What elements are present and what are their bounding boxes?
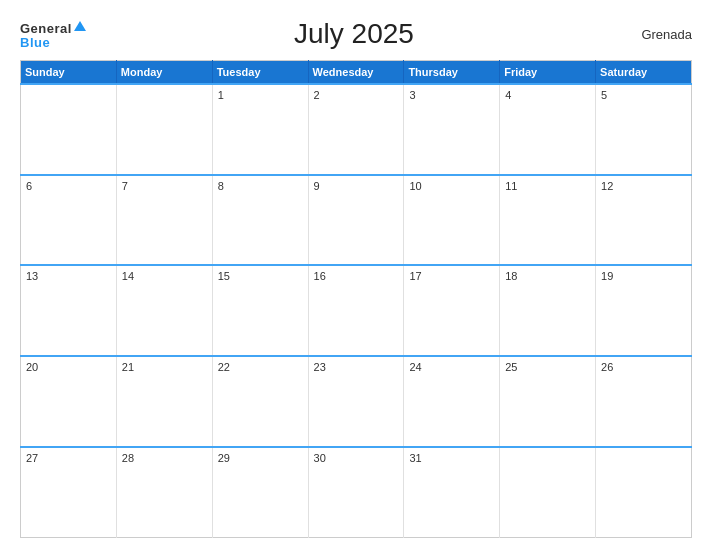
calendar-cell: 30 [308, 447, 404, 538]
calendar-cell: 11 [500, 175, 596, 266]
calendar-cell: 3 [404, 84, 500, 175]
calendar-cell: 19 [596, 265, 692, 356]
day-number: 14 [122, 270, 134, 282]
calendar-cell: 16 [308, 265, 404, 356]
header-friday: Friday [500, 61, 596, 85]
day-number: 25 [505, 361, 517, 373]
calendar-cell: 14 [116, 265, 212, 356]
calendar-week-5: 2728293031 [21, 447, 692, 538]
calendar-cell: 29 [212, 447, 308, 538]
calendar-cell: 20 [21, 356, 117, 447]
calendar-cell: 8 [212, 175, 308, 266]
calendar-cell: 13 [21, 265, 117, 356]
header: General Blue July 2025 Grenada [20, 18, 692, 50]
calendar-cell: 28 [116, 447, 212, 538]
calendar-cell [500, 447, 596, 538]
day-number: 11 [505, 180, 517, 192]
calendar-cell [116, 84, 212, 175]
day-number: 12 [601, 180, 613, 192]
calendar-cell: 10 [404, 175, 500, 266]
day-number: 20 [26, 361, 38, 373]
day-number: 3 [409, 89, 415, 101]
calendar-cell: 2 [308, 84, 404, 175]
day-number: 5 [601, 89, 607, 101]
header-thursday: Thursday [404, 61, 500, 85]
day-number: 22 [218, 361, 230, 373]
weekday-header-row: Sunday Monday Tuesday Wednesday Thursday… [21, 61, 692, 85]
day-number: 16 [314, 270, 326, 282]
calendar-cell [21, 84, 117, 175]
calendar-cell [596, 447, 692, 538]
day-number: 10 [409, 180, 421, 192]
calendar-cell: 31 [404, 447, 500, 538]
calendar-cell: 27 [21, 447, 117, 538]
header-wednesday: Wednesday [308, 61, 404, 85]
day-number: 31 [409, 452, 421, 464]
day-number: 21 [122, 361, 134, 373]
calendar-page: General Blue July 2025 Grenada Sunday Mo… [0, 0, 712, 550]
day-number: 19 [601, 270, 613, 282]
header-monday: Monday [116, 61, 212, 85]
calendar-cell: 5 [596, 84, 692, 175]
calendar-cell: 26 [596, 356, 692, 447]
calendar-cell: 7 [116, 175, 212, 266]
day-number: 6 [26, 180, 32, 192]
day-number: 29 [218, 452, 230, 464]
calendar-cell: 22 [212, 356, 308, 447]
day-number: 26 [601, 361, 613, 373]
header-sunday: Sunday [21, 61, 117, 85]
calendar-cell: 18 [500, 265, 596, 356]
calendar-week-4: 20212223242526 [21, 356, 692, 447]
calendar-cell: 21 [116, 356, 212, 447]
logo-general: General [20, 20, 86, 36]
day-number: 4 [505, 89, 511, 101]
logo: General Blue [20, 20, 86, 49]
calendar-cell: 9 [308, 175, 404, 266]
day-number: 8 [218, 180, 224, 192]
day-number: 30 [314, 452, 326, 464]
day-number: 2 [314, 89, 320, 101]
calendar-cell: 23 [308, 356, 404, 447]
day-number: 15 [218, 270, 230, 282]
calendar-cell: 4 [500, 84, 596, 175]
logo-triangle-icon [74, 21, 86, 31]
calendar-cell: 12 [596, 175, 692, 266]
day-number: 28 [122, 452, 134, 464]
day-number: 24 [409, 361, 421, 373]
calendar-cell: 6 [21, 175, 117, 266]
logo-blue: Blue [20, 36, 86, 49]
day-number: 27 [26, 452, 38, 464]
day-number: 17 [409, 270, 421, 282]
calendar-cell: 25 [500, 356, 596, 447]
calendar-cell: 17 [404, 265, 500, 356]
calendar-table: Sunday Monday Tuesday Wednesday Thursday… [20, 60, 692, 538]
header-tuesday: Tuesday [212, 61, 308, 85]
calendar-week-2: 6789101112 [21, 175, 692, 266]
country-label: Grenada [622, 27, 692, 42]
day-number: 9 [314, 180, 320, 192]
day-number: 1 [218, 89, 224, 101]
calendar-week-1: 12345 [21, 84, 692, 175]
calendar-week-3: 13141516171819 [21, 265, 692, 356]
calendar-cell: 15 [212, 265, 308, 356]
day-number: 13 [26, 270, 38, 282]
header-saturday: Saturday [596, 61, 692, 85]
day-number: 23 [314, 361, 326, 373]
month-title: July 2025 [86, 18, 622, 50]
calendar-cell: 24 [404, 356, 500, 447]
calendar-cell: 1 [212, 84, 308, 175]
day-number: 18 [505, 270, 517, 282]
day-number: 7 [122, 180, 128, 192]
